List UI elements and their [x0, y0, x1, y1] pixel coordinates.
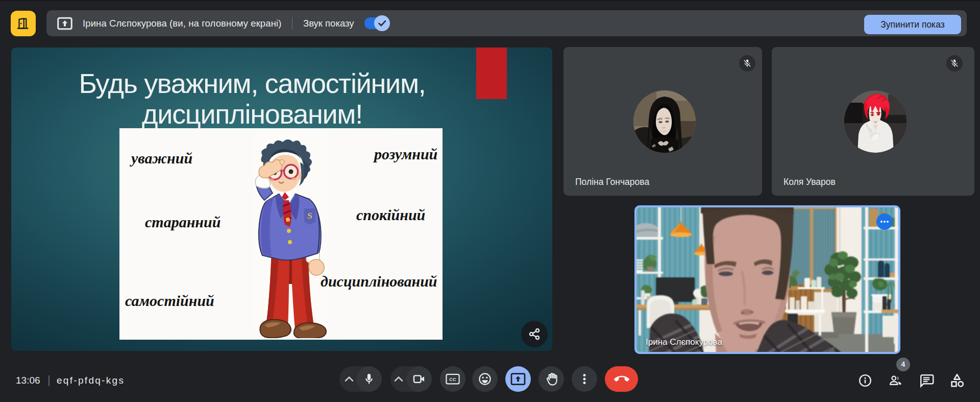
- svg-text:S: S: [307, 211, 312, 221]
- svg-text:CC: CC: [449, 377, 456, 382]
